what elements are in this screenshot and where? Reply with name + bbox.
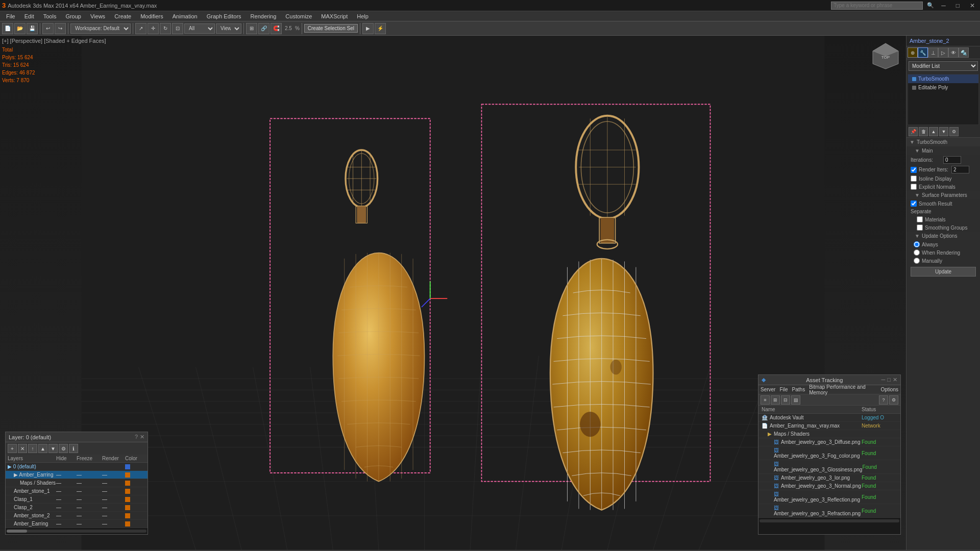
menu-graph-editors[interactable]: Graph Editors: [203, 13, 246, 20]
layer-add-button[interactable]: +: [8, 444, 17, 453]
layer-delete-button[interactable]: ✕: [18, 444, 27, 453]
explicit-normals-checkbox[interactable]: [911, 184, 917, 190]
mod-configure[interactable]: ⚙: [949, 127, 959, 136]
menu-file[interactable]: File: [2, 13, 19, 20]
toolbar-redo[interactable]: ↪: [55, 23, 66, 34]
layer-panel-help[interactable]: ?: [135, 434, 138, 440]
asset-row-normal[interactable]: 🖼Amber_jewelry_geo_3_Normal.png Found: [758, 482, 900, 490]
iterations-input[interactable]: [943, 156, 961, 164]
layer-color-swatch[interactable]: [125, 464, 130, 469]
mod-move-up[interactable]: ▲: [929, 127, 938, 136]
mod-move-down[interactable]: ▼: [939, 127, 948, 136]
asset-panel-minimize[interactable]: ─: [881, 377, 886, 383]
menu-modifiers[interactable]: Modifiers: [136, 13, 167, 20]
toolbar-link[interactable]: 🔗: [258, 23, 270, 34]
asset-row-ior[interactable]: 🖼Amber_jewelry_geo_3_lor.png Found: [758, 474, 900, 482]
asset-menu-file[interactable]: File: [779, 387, 788, 392]
layer-scrollbar-track[interactable]: [7, 530, 146, 533]
toolbar-new-scene[interactable]: 📄: [2, 23, 13, 34]
manually-radio[interactable]: [914, 258, 920, 264]
mod-tab-create[interactable]: ⊕: [908, 47, 918, 58]
layer-down-button[interactable]: ▼: [48, 444, 58, 453]
asset-row-maps-folder[interactable]: ▶Maps / Shaders: [758, 430, 900, 438]
layer-row-clasp-1[interactable]: Clasp_1 — — —: [6, 495, 148, 504]
update-button[interactable]: Update: [911, 267, 976, 277]
layer-settings-button[interactable]: ⚙: [59, 444, 68, 453]
mod-tab-display[interactable]: 👁: [948, 47, 959, 58]
close-button[interactable]: ✕: [967, 2, 978, 9]
layer-scrollbar[interactable]: [6, 528, 148, 534]
asset-row-fog[interactable]: 🖼Amber_jewelry_geo_3_Fog_color.png Found: [758, 446, 900, 460]
toolbar-open[interactable]: 📂: [14, 23, 26, 34]
asset-row-max-file[interactable]: 📄Amber_Earring_max_vray.max Network: [758, 422, 900, 430]
layer-refresh-button[interactable]: ↑: [28, 444, 37, 453]
mod-tab-motion[interactable]: ▷: [938, 47, 948, 58]
layer-row-amber-stone-2[interactable]: Amber_stone_2 — — —: [6, 512, 148, 520]
surface-params-header[interactable]: ▼ Surface Parameters: [906, 191, 980, 199]
asset-menu-options[interactable]: Options: [881, 387, 898, 392]
menu-customize[interactable]: Customize: [281, 13, 316, 20]
mod-tab-utilities[interactable]: 🔩: [959, 47, 969, 58]
create-selection-button[interactable]: Create Selection Sel: [304, 24, 358, 33]
isoline-checkbox[interactable]: [911, 176, 917, 182]
layer-color-swatch[interactable]: [125, 505, 130, 510]
viewport[interactable]: [+] [Perspective] [Shaded + Edged Faces]…: [0, 36, 906, 550]
search-input[interactable]: [831, 2, 923, 10]
filter-select[interactable]: All: [184, 23, 215, 34]
smoothing-groups-checkbox[interactable]: [917, 224, 923, 231]
asset-row-reflection[interactable]: 🖼Amber_jewelry_geo_3_Reflection.png Foun…: [758, 490, 900, 504]
navigation-cube[interactable]: TOP: [870, 41, 901, 71]
asset-tb-help[interactable]: ?: [879, 395, 888, 405]
toolbar-snap-toggle[interactable]: 🧲: [271, 23, 282, 34]
asset-scrollbar[interactable]: [758, 518, 900, 524]
menu-edit[interactable]: Edit: [20, 13, 38, 20]
view-select[interactable]: View: [216, 23, 241, 34]
toolbar-rotate[interactable]: ↻: [160, 23, 171, 34]
turbosmooth-section-header[interactable]: ▼ TurboSmooth: [906, 138, 980, 146]
smooth-result-checkbox[interactable]: [911, 201, 917, 207]
layer-row-amber-stone-1[interactable]: Amber_stone_1 — — —: [6, 487, 148, 495]
layer-up-button[interactable]: ▲: [38, 444, 47, 453]
toolbar-save[interactable]: 💾: [27, 23, 38, 34]
asset-tb-table[interactable]: ▤: [791, 395, 800, 405]
asset-row-diffuse[interactable]: 🖼Amber_jewelry_geo_3_Diffuse.png Found: [758, 438, 900, 446]
asset-row-refraction[interactable]: 🖼Amber_jewelry_geo_3_Refraction.png Foun…: [758, 504, 900, 518]
asset-panel-close[interactable]: ✕: [893, 377, 897, 383]
search-icon[interactable]: 🔍: [927, 2, 934, 9]
toolbar-undo[interactable]: ↩: [42, 23, 54, 34]
layer-color-swatch[interactable]: [125, 481, 130, 486]
modifier-stack-editable-poly[interactable]: Editable Poly: [908, 83, 978, 92]
mod-tab-hierarchy[interactable]: ⊥: [928, 47, 938, 58]
render-iters-input[interactable]: [951, 166, 969, 173]
always-radio[interactable]: [914, 241, 920, 247]
asset-menu-server[interactable]: Server: [761, 387, 775, 392]
toolbar-select[interactable]: ↗: [135, 23, 146, 34]
menu-create[interactable]: Create: [110, 13, 135, 20]
main-subsection-header[interactable]: ▼ Main: [906, 146, 980, 155]
when-rendering-radio[interactable]: [914, 249, 920, 256]
menu-help[interactable]: Help: [353, 13, 373, 20]
asset-panel-maximize[interactable]: □: [887, 377, 891, 383]
menu-group[interactable]: Group: [61, 13, 85, 20]
menu-rendering[interactable]: Rendering: [247, 13, 281, 20]
asset-tb-grid[interactable]: ⊞: [771, 395, 780, 405]
materials-checkbox[interactable]: [917, 216, 923, 222]
asset-scrollbar-track[interactable]: [760, 519, 899, 522]
asset-tb-list[interactable]: ≡: [761, 395, 770, 405]
layer-row-amber-earring-2[interactable]: Amber_Earring — — —: [6, 520, 148, 528]
layer-row-amber-earring[interactable]: ▶ Amber_Earring — — —: [6, 471, 148, 479]
layer-color-swatch[interactable]: [125, 521, 130, 527]
menu-maxscript[interactable]: MAXScript: [317, 13, 352, 20]
menu-views[interactable]: Views: [86, 13, 109, 20]
asset-menu-paths[interactable]: Paths: [792, 387, 805, 392]
modifier-list-select[interactable]: Modifier List: [909, 61, 978, 71]
layer-row-default[interactable]: ▶ 0 (default): [6, 463, 148, 471]
menu-animation[interactable]: Animation: [168, 13, 202, 20]
asset-menu-bitmap[interactable]: Bitmap Performance and Memory: [809, 384, 876, 395]
toolbar-move[interactable]: ✛: [148, 23, 159, 34]
layer-row-clasp-2[interactable]: Clasp_2 — — —: [6, 504, 148, 512]
modifier-stack-turbosmooth[interactable]: TurboSmooth: [908, 74, 978, 83]
layer-panel-close[interactable]: ✕: [140, 434, 144, 440]
layer-color-swatch[interactable]: [125, 472, 130, 478]
toolbar-quick-render[interactable]: ⚡: [375, 23, 386, 34]
